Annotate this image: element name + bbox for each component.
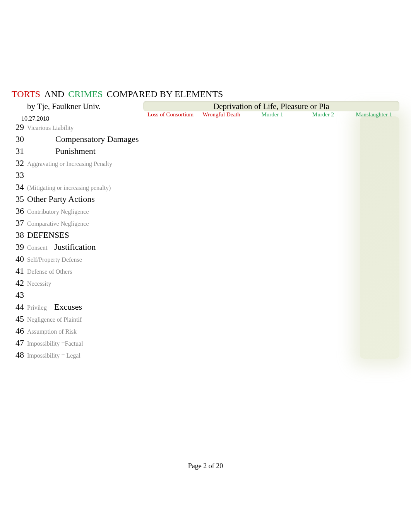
row-label-small: Privileg xyxy=(26,304,53,311)
page-footer: Page 2 of 20 xyxy=(0,462,411,470)
table-row: 31Punishment xyxy=(12,146,399,158)
title-and: AND xyxy=(44,89,64,99)
row-label-big: Punishment xyxy=(26,146,96,156)
row-number: 42 xyxy=(12,278,26,288)
table-row: 39ConsentJustification xyxy=(12,242,399,254)
table-row: 32Aggravating or Increasing Penalty xyxy=(12,158,399,170)
row-number: 31 xyxy=(12,146,26,156)
row-number: 44 xyxy=(12,302,26,312)
row-number: 29 xyxy=(12,122,26,132)
table-rows: 29Vicarious Liability30Compensatory Dama… xyxy=(12,122,399,362)
row-number: 39 xyxy=(12,242,26,252)
row-number: 48 xyxy=(12,350,26,360)
row-label-small: Necessity xyxy=(26,280,51,287)
row-number: 43 xyxy=(12,290,26,300)
row-number: 41 xyxy=(12,266,26,276)
title-crimes: CRIMES xyxy=(68,89,103,99)
table-row: 48Impossibility = Legal xyxy=(12,350,399,362)
row-label-big: Compensatory Damages xyxy=(26,134,139,144)
table-row: 44PrivilegExcuses xyxy=(12,302,399,314)
page-body: TORTS AND CRIMES COMPARED BY ELEMENTS by… xyxy=(12,89,399,362)
page-title: TORTS AND CRIMES COMPARED BY ELEMENTS xyxy=(12,89,399,99)
row-number: 32 xyxy=(12,158,26,168)
subtitle-row: by Tje, Faulkner Univ. Deprivation of Li… xyxy=(12,101,399,111)
section-header: Deprivation of Life, Pleasure or Pla xyxy=(143,101,399,111)
byline: by Tje, Faulkner Univ. xyxy=(12,102,143,111)
column-header: Murder 1 xyxy=(247,111,298,118)
table-row: 34(Mitigating or increasing penalty) xyxy=(12,182,399,194)
table-row: 38DEFENSES xyxy=(12,230,399,242)
row-label-small: Self/Property Defense xyxy=(26,256,82,263)
row-label-small: Impossibility =Factual xyxy=(26,340,83,347)
row-number: 30 xyxy=(12,134,26,144)
title-torts: TORTS xyxy=(12,89,40,99)
column-header: Loss of Consortium xyxy=(145,111,196,118)
table-row: 36Contributory Negligence xyxy=(12,206,399,218)
columns-header: Loss of ConsortiumWrongful DeathMurder 1… xyxy=(145,111,399,118)
section-header-wrap: Deprivation of Life, Pleasure or Pla xyxy=(143,101,399,111)
row-label-big: Justification xyxy=(53,242,96,252)
row-label-small: Negligence of Plaintif xyxy=(26,316,82,323)
row-label-small: (Mitigating or increasing penalty) xyxy=(26,184,111,191)
row-label-small: Comparative Negligence xyxy=(26,220,89,227)
table-row: 37Comparative Negligence xyxy=(12,218,399,230)
title-rest: COMPARED BY ELEMENTS xyxy=(107,89,223,99)
table-row: 33 xyxy=(12,170,399,182)
table-row: 40Self/Property Defense xyxy=(12,254,399,266)
table-row: 46Assumption of Risk xyxy=(12,326,399,338)
row-label-small: Vicarious Liability xyxy=(26,124,74,131)
table-row: 43 xyxy=(12,290,399,302)
row-label-small: Contributory Negligence xyxy=(26,208,89,215)
row-label-small: Consent xyxy=(26,244,53,251)
column-header: Wrongful Death xyxy=(196,111,247,118)
row-label-small: Impossibility = Legal xyxy=(26,352,80,359)
row-number: 33 xyxy=(12,170,26,180)
row-number: 34 xyxy=(12,182,26,192)
table-row: 45Negligence of Plaintif xyxy=(12,314,399,326)
column-header: Murder 2 xyxy=(298,111,348,118)
row-number: 35 xyxy=(12,194,26,204)
row-label-small: Aggravating or Increasing Penalty xyxy=(26,160,112,167)
row-number: 38 xyxy=(12,230,26,240)
table-row: 41Defense of Others xyxy=(12,266,399,278)
table-row: 29Vicarious Liability xyxy=(12,122,399,134)
table-row: 35Other Party Actions xyxy=(12,194,399,206)
table-row: 47Impossibility =Factual xyxy=(12,338,399,350)
row-number: 45 xyxy=(12,314,26,324)
row-number: 37 xyxy=(12,218,26,228)
table-row: 42Necessity xyxy=(12,278,399,290)
row-label-big: Other Party Actions xyxy=(26,194,95,204)
row-number: 36 xyxy=(12,206,26,216)
row-number: 46 xyxy=(12,326,26,336)
row-label-small: Defense of Others xyxy=(26,268,72,275)
table-row: 30Compensatory Damages xyxy=(12,134,399,146)
row-label-small: Assumption of Risk xyxy=(26,328,77,335)
row-label-big: Excuses xyxy=(53,302,82,312)
row-number: 47 xyxy=(12,338,26,348)
column-header: Manslaughter 1 xyxy=(349,111,399,118)
row-number: 40 xyxy=(12,254,26,264)
row-label-big: DEFENSES xyxy=(26,230,69,240)
